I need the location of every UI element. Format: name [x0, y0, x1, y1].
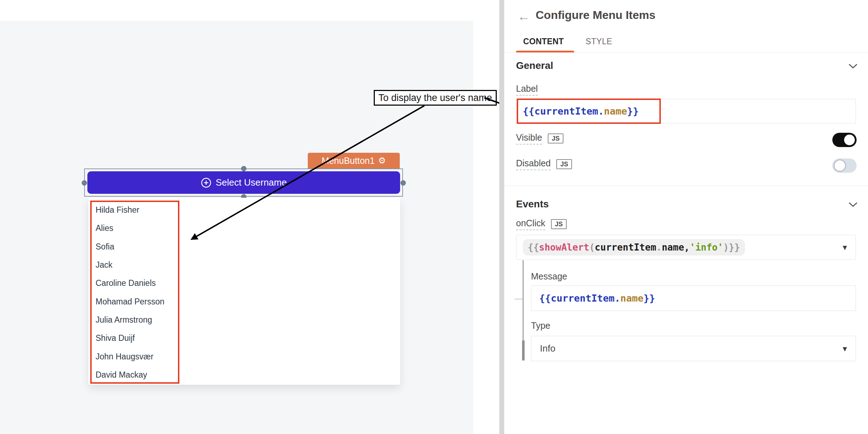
- section-general-heading[interactable]: General: [516, 60, 553, 71]
- onclick-action-select[interactable]: {{showAlert(currentItem.name,'info')}} ▾: [516, 235, 856, 260]
- panel-title: Configure Menu Items: [536, 9, 655, 22]
- onclick-action-pill: {{showAlert(currentItem.name,'info')}}: [523, 239, 745, 256]
- list-item[interactable]: Julia Armstrong: [96, 311, 178, 329]
- back-arrow-icon: ←: [517, 9, 530, 24]
- action-indent-thumb[interactable]: [522, 340, 525, 360]
- resize-handle-left[interactable]: [82, 180, 87, 186]
- onclick-label: onClick: [516, 218, 545, 230]
- code-token: showAlert: [539, 242, 589, 253]
- js-toggle-badge[interactable]: JS: [548, 133, 563, 143]
- label-field-label: Label: [516, 84, 538, 96]
- list-item[interactable]: Mohamad Persson: [96, 292, 178, 311]
- list-item[interactable]: Jack: [96, 256, 178, 274]
- list-item[interactable]: John Haugsvær: [96, 347, 178, 365]
- code-token: }}: [644, 293, 655, 304]
- tab-style[interactable]: STYLE: [586, 37, 612, 46]
- app-root: MenuButton1 ⚙ Select Username Hilda Fish…: [0, 0, 868, 434]
- js-toggle-badge[interactable]: JS: [551, 219, 567, 229]
- code-token: )}}: [723, 242, 740, 253]
- menu-button-widget[interactable]: Select Username: [87, 171, 400, 194]
- code-token: {{currentItem.: [523, 106, 604, 117]
- list-item[interactable]: Alies: [96, 219, 178, 237]
- chevron-down-icon[interactable]: [848, 201, 858, 208]
- dropdown-caret-icon: ▾: [843, 243, 847, 252]
- code-token: name: [621, 293, 644, 304]
- chevron-down-icon[interactable]: [848, 63, 858, 69]
- visible-label: Visible: [516, 132, 542, 145]
- code-token: {{currentItem.: [539, 293, 621, 304]
- gear-icon[interactable]: ⚙: [378, 156, 386, 165]
- js-toggle-badge[interactable]: JS: [556, 159, 572, 169]
- widget-name-label: MenuButton1: [322, 156, 375, 166]
- list-item[interactable]: Sofia: [96, 238, 178, 256]
- code-token: .: [656, 242, 662, 253]
- toggle-knob: [834, 160, 846, 172]
- code-token: currentItem: [595, 242, 656, 253]
- code-token: (: [589, 242, 595, 253]
- disabled-row: Disabled JS: [516, 156, 572, 172]
- list-item[interactable]: Caroline Daniels: [96, 274, 178, 292]
- list-item[interactable]: Hilda Fisher: [96, 201, 178, 219]
- list-item[interactable]: David Mackay: [96, 366, 178, 384]
- code-token: name: [604, 106, 627, 117]
- message-field-label: Message: [531, 271, 567, 282]
- section-divider: [505, 186, 868, 186]
- message-input[interactable]: {{currentItem.name}}: [531, 286, 856, 311]
- tab-content[interactable]: CONTENT: [523, 37, 564, 46]
- action-indent-tick: [515, 299, 523, 299]
- disabled-toggle[interactable]: [832, 158, 857, 173]
- code-token: 'info': [690, 242, 723, 253]
- type-selected-value: Info: [540, 343, 555, 354]
- code-token: {{: [528, 242, 539, 253]
- resize-handle-top[interactable]: [241, 166, 246, 171]
- code-token: }}: [627, 106, 639, 117]
- menu-item-list: Hilda FisherAliesSofiaJackCaroline Danie…: [96, 201, 178, 384]
- annotation-box: To display the user's name: [374, 90, 497, 106]
- panel-scrollbar[interactable]: [499, 0, 504, 434]
- onclick-row: onClick JS: [516, 216, 567, 232]
- plus-circle-icon: [201, 177, 211, 188]
- resize-handle-right[interactable]: [400, 180, 406, 186]
- toggle-knob: [844, 135, 855, 145]
- back-button[interactable]: ←: [517, 9, 531, 24]
- type-field-label: Type: [531, 321, 550, 331]
- visible-toggle[interactable]: [832, 133, 857, 147]
- list-item[interactable]: Shiva Duijf: [96, 329, 178, 347]
- code-token: name: [662, 242, 684, 253]
- type-select[interactable]: Info ▾: [531, 336, 856, 361]
- widget-name-tag[interactable]: MenuButton1 ⚙: [308, 153, 400, 168]
- annotation-text: To display the user's name: [378, 92, 492, 104]
- dropdown-caret-icon: ▾: [843, 344, 847, 353]
- section-events-heading[interactable]: Events: [516, 198, 549, 210]
- disabled-label: Disabled: [516, 158, 551, 170]
- label-input[interactable]: {{currentItem.name}}: [516, 99, 856, 123]
- visible-row: Visible JS: [516, 131, 563, 146]
- active-tab-underline: [516, 51, 574, 52]
- code-token: ,: [684, 242, 690, 253]
- menu-button-label: Select Username: [216, 177, 287, 188]
